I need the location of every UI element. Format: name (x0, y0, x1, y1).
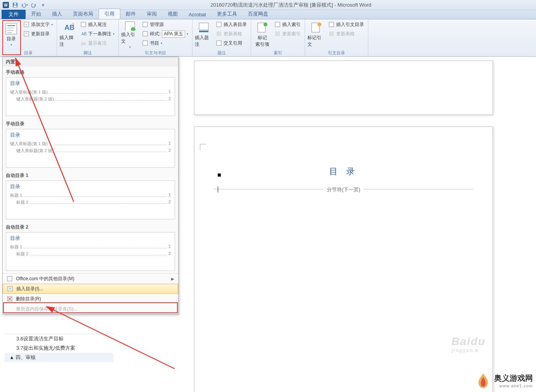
group-toc: 目录 ▾ +添加文字▾ 更新目录 目录 (0, 19, 57, 56)
tab-acrobat[interactable]: Acrobat (183, 10, 212, 19)
svg-rect-34 (329, 22, 334, 27)
ribbon-tabs: 文件 开始 插入 页面布局 引用 邮件 审阅 视图 Acrobat 更多工具 百… (0, 10, 536, 19)
toc-insert-custom[interactable]: 插入目录(I)... (3, 284, 178, 294)
svg-rect-12 (24, 31, 29, 36)
group-index: 标记 索引项 插入索引 更新索引 索引 (251, 19, 305, 56)
svg-rect-17 (81, 42, 86, 45)
group-caption: 插入题注 插入表目录 更新表格 交叉引用 题注 (193, 19, 251, 56)
update-toc-button[interactable]: 更新目录 (22, 29, 54, 38)
undo-icon[interactable]: ▾ (20, 1, 29, 9)
insert-footnote-button[interactable]: AB1 插入脚注 (59, 20, 77, 49)
ribbon: 目录 ▾ +添加文字▾ 更新目录 目录 AB1 插入脚注 插入尾注 AB下一条脚… (0, 19, 536, 57)
svg-text:W: W (4, 3, 8, 7)
svg-point-29 (264, 23, 267, 26)
toc-office-more[interactable]: Office.com 中的其他目录(M) ▶ (3, 274, 178, 284)
tab-layout[interactable]: 页面布局 (68, 9, 99, 19)
toc-button[interactable]: 目录 ▾ (2, 20, 20, 49)
svg-rect-15 (81, 22, 86, 27)
update-authorities-button[interactable]: 更新表格 (327, 29, 366, 38)
section-break: 分节符(下一页) (214, 189, 473, 197)
site-watermark: 奥义游戏网 www.aoe1.com (475, 372, 533, 389)
next-footnote-button[interactable]: AB下一条脚注▾ (79, 29, 116, 38)
redo-icon[interactable] (29, 1, 38, 9)
update-table-button[interactable]: 更新表格 (214, 29, 248, 38)
citation-style[interactable]: 样式: APA 第五▾ (141, 29, 190, 38)
toc-preview-auto1[interactable]: 目录 标题 11 标题 22 (6, 180, 175, 219)
group-toc-label: 目录 (2, 50, 54, 56)
toc-manual-table-label: 手动表格 (3, 67, 178, 76)
toc-auto1-label: 自动目录 1 (3, 170, 178, 180)
doc-toc-title: 目 录 (214, 166, 473, 177)
svg-text:AB: AB (82, 32, 87, 36)
group-footnote: AB1 插入脚注 插入尾注 AB下一条脚注▾ 显示备注 脚注 (57, 19, 119, 56)
insert-index-button[interactable]: 插入索引 (273, 20, 302, 29)
svg-rect-27 (217, 41, 221, 45)
toc-preview-manual-table[interactable]: 目录 键入章标题(第 1 级)1 键入章标题(第 2 级)2 (6, 77, 175, 116)
toc-save-gallery[interactable]: 将所选内容保存到目录库(S)... (3, 304, 178, 314)
svg-rect-21 (143, 31, 147, 36)
insert-table-figures-button[interactable]: 插入表目录 (214, 20, 248, 29)
page-1-bottom (194, 61, 493, 115)
tab-home[interactable]: 开始 (26, 9, 47, 19)
svg-rect-31 (275, 31, 280, 36)
cross-reference-button[interactable]: 交叉引用 (214, 39, 248, 47)
toc-gallery-dropdown: 内置 手动表格 目录 键入章标题(第 1 级)1 键入章标题(第 2 级)2 手… (2, 57, 179, 314)
svg-rect-3 (14, 5, 17, 7)
svg-rect-30 (275, 22, 280, 27)
svg-point-33 (317, 23, 321, 26)
baidu-watermark: Baidu jingyan.b (451, 335, 486, 353)
group-citation: 插入引文 ▾ 管理源 样式: APA 第五▾ 书目▾ 引文与书目 (119, 19, 193, 56)
word-icon[interactable]: W (2, 1, 10, 9)
nav-below-items: 3.6设置清洁生产目标 3.7提出和实施无/低费方案 ▲ 四、审核 (5, 334, 113, 392)
show-notes-button[interactable]: 显示备注 (79, 39, 116, 47)
tab-view[interactable]: 视图 (162, 9, 183, 19)
manage-sources-button[interactable]: 管理源 (141, 20, 190, 29)
page-marker (218, 173, 221, 177)
window-title: 20160720勒流街道污水处理厂清洁生产审核 [兼容模式] - Microso… (47, 2, 534, 9)
insert-endnote-button[interactable]: 插入尾注 (79, 20, 116, 29)
tab-insert[interactable]: 插入 (47, 9, 68, 19)
tab-more[interactable]: 更多工具 (212, 9, 243, 19)
tab-baidu[interactable]: 百度网盘 (243, 9, 274, 19)
svg-rect-26 (217, 31, 221, 36)
toc-preview-auto2[interactable]: 目录 标题 11 标题 22 (6, 232, 175, 271)
toc-button-label: 目录 (7, 36, 16, 42)
svg-rect-22 (143, 41, 147, 45)
tab-review[interactable]: 审阅 (141, 9, 162, 19)
svg-text:1: 1 (72, 22, 74, 26)
insert-authorities-button[interactable]: 插入引文目录 (327, 20, 366, 29)
toc-remove[interactable]: 删除目录(R) (3, 294, 178, 304)
insert-caption-button[interactable]: 插入题注 (195, 20, 213, 49)
svg-rect-36 (7, 276, 12, 281)
qat-customize[interactable]: ▾ (39, 1, 47, 9)
tab-mail[interactable]: 邮件 (120, 9, 141, 19)
save-icon[interactable] (11, 1, 19, 9)
flame-icon (475, 372, 492, 389)
svg-rect-20 (143, 22, 147, 27)
svg-rect-37 (8, 286, 12, 291)
quick-access-toolbar: W ▾ ▾ (2, 1, 47, 9)
bibliography-button[interactable]: 书目▾ (141, 39, 190, 47)
tab-references[interactable]: 引用 (99, 9, 120, 19)
mark-index-button[interactable]: 标记 索引项 (253, 20, 271, 49)
toc-preview-manual-toc[interactable]: 目录 键入章标题(第 1 级)1 键入章标题(第 2 级)2 (6, 129, 175, 168)
update-index-button[interactable]: 更新索引 (273, 29, 302, 38)
svg-rect-25 (217, 22, 221, 27)
toc-manual-toc-label: 手动目录 (3, 118, 178, 128)
svg-text:+: + (25, 23, 27, 27)
group-authorities: 标记引文 插入引文目录 更新表格 引文目录 (305, 19, 368, 56)
toc-auto2-label: 自动目录 2 (3, 222, 178, 231)
insert-citation-button[interactable]: 插入引文 ▾ (121, 20, 139, 49)
add-text-button[interactable]: +添加文字▾ (22, 20, 54, 29)
svg-rect-35 (329, 31, 334, 36)
toc-panel-header: 内置 (3, 57, 178, 67)
svg-rect-4 (14, 3, 16, 5)
page-2[interactable]: 目 录 分节符(下一页) (194, 127, 493, 392)
svg-rect-24 (199, 31, 208, 32)
toc-menu: Office.com 中的其他目录(M) ▶ 插入目录(I)... 删除目录(R… (3, 273, 178, 314)
svg-rect-23 (199, 23, 208, 30)
mark-citation-button[interactable]: 标记引文 (307, 20, 325, 49)
tab-file[interactable]: 文件 (2, 10, 26, 19)
